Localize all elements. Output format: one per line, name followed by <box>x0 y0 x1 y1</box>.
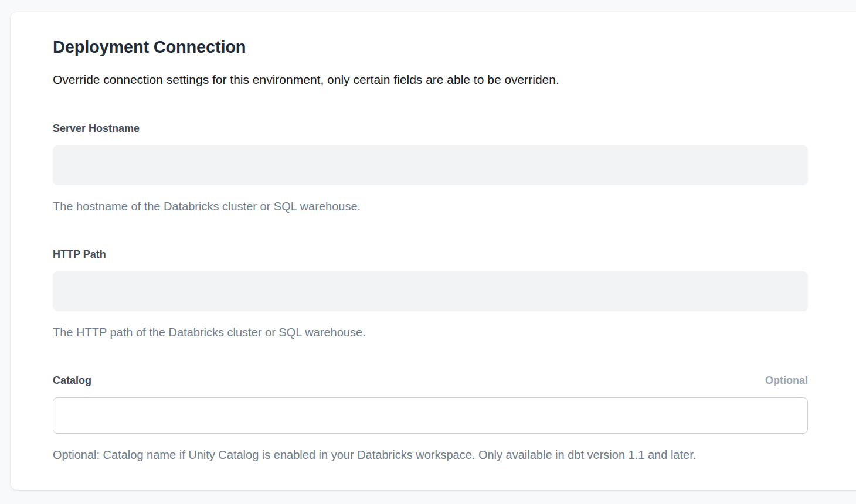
catalog-field: Catalog Optional Optional: Catalog name … <box>53 374 808 462</box>
page-title: Deployment Connection <box>53 38 856 57</box>
catalog-label-row: Catalog Optional <box>53 374 808 387</box>
server-hostname-input <box>53 145 808 185</box>
catalog-label: Catalog <box>53 374 91 387</box>
http-path-help-text: The HTTP path of the Databricks cluster … <box>53 325 808 339</box>
card-content: Deployment Connection Override connectio… <box>11 12 856 462</box>
http-path-field: HTTP Path The HTTP path of the Databrick… <box>53 248 808 339</box>
server-hostname-label-row: Server Hostname <box>53 122 808 135</box>
deployment-connection-card: Deployment Connection Override connectio… <box>11 12 856 490</box>
server-hostname-label: Server Hostname <box>53 122 140 135</box>
catalog-input[interactable] <box>53 397 808 434</box>
server-hostname-field: Server Hostname The hostname of the Data… <box>53 122 808 213</box>
http-path-label: HTTP Path <box>53 248 106 261</box>
server-hostname-help-text: The hostname of the Databricks cluster o… <box>53 199 808 213</box>
http-path-input <box>53 271 808 311</box>
page-subtitle: Override connection settings for this en… <box>53 72 856 87</box>
http-path-label-row: HTTP Path <box>53 248 808 261</box>
catalog-help-text: Optional: Catalog name if Unity Catalog … <box>53 448 808 462</box>
catalog-optional-badge: Optional <box>765 374 808 387</box>
